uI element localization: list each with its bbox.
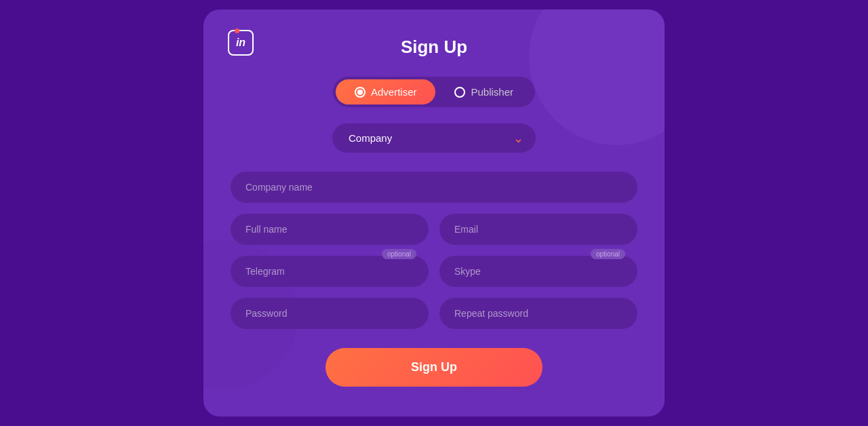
company-select[interactable]: Company Individual: [332, 123, 536, 153]
page-title: Sign Up: [231, 34, 637, 58]
publisher-button[interactable]: Publisher: [435, 79, 532, 104]
password-row: [231, 298, 637, 329]
advertiser-label: Advertiser: [371, 86, 417, 98]
role-toggle: Advertiser Publisher: [333, 77, 535, 107]
telegram-field: optional: [231, 256, 429, 287]
repeat-password-input[interactable]: [439, 298, 637, 329]
telegram-skype-row: optional optional: [231, 256, 637, 287]
company-name-row: [231, 172, 637, 203]
skype-input[interactable]: [439, 256, 637, 287]
full-name-input[interactable]: [231, 214, 429, 245]
logo-dot: [235, 28, 239, 33]
signup-card: in Sign Up Advertiser Publisher Company …: [203, 9, 665, 417]
skype-optional-badge: optional: [591, 249, 625, 259]
email-input[interactable]: [439, 214, 637, 245]
publisher-label: Publisher: [471, 86, 513, 98]
signup-button[interactable]: Sign Up: [326, 348, 542, 387]
company-select-wrapper: Company Individual ⌄: [332, 123, 536, 153]
form-section: optional optional: [231, 172, 637, 329]
publisher-radio: [454, 87, 465, 98]
repeat-password-field: [439, 298, 637, 329]
company-name-input[interactable]: [231, 172, 637, 203]
skype-field: optional: [439, 256, 637, 287]
advertiser-button[interactable]: Advertiser: [336, 79, 436, 104]
email-field: [439, 214, 637, 245]
password-field: [231, 298, 429, 329]
telegram-input[interactable]: [231, 256, 429, 287]
company-name-field: [231, 172, 637, 203]
password-input[interactable]: [231, 298, 429, 329]
telegram-optional-badge: optional: [382, 249, 416, 259]
advertiser-radio: [355, 87, 366, 98]
name-email-row: [231, 214, 637, 245]
full-name-field: [231, 214, 429, 245]
card-content: Sign Up Advertiser Publisher Company Ind…: [231, 34, 637, 387]
advertiser-radio-inner: [357, 90, 363, 95]
